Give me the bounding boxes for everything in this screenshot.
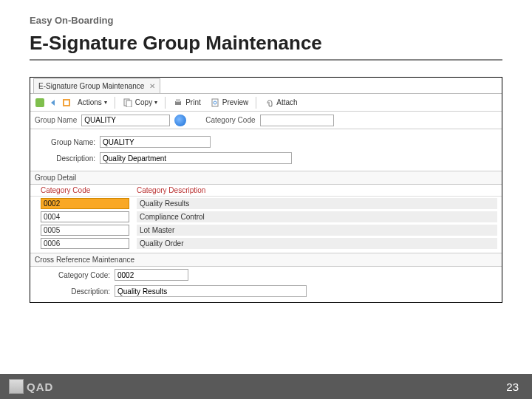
tab-esig-group-maint[interactable]: E-Signature Group Maintenance ✕ <box>33 78 160 93</box>
cell-category-code[interactable]: 0004 <box>41 211 129 222</box>
page-title: E-Signature Group Maintenance <box>30 32 502 61</box>
cell-category-code[interactable]: 0002 <box>41 198 129 209</box>
toolbar-separator <box>115 97 115 109</box>
svg-rect-6 <box>212 99 218 106</box>
svg-rect-1 <box>64 100 69 106</box>
search-bar: Group Name Category Code <box>30 112 502 129</box>
cell-category-code[interactable]: 0005 <box>41 225 129 236</box>
search-group-name-input[interactable] <box>81 115 170 126</box>
search-category-code-input[interactable] <box>260 115 334 126</box>
table-row[interactable]: 0004Compliance Control <box>30 210 502 223</box>
chevron-down-icon: ▾ <box>154 99 157 106</box>
save-icon[interactable] <box>35 98 45 108</box>
section-group-detail: Group Detail <box>30 171 502 185</box>
xref-category-code-label: Category Code: <box>41 271 115 279</box>
toolbar: Actions ▾ Copy ▾ Print Preview <box>30 94 502 112</box>
toolbar-separator <box>256 97 256 109</box>
cell-category-desc: Quality Order <box>137 238 497 249</box>
search-category-code-label: Category Code <box>205 116 255 124</box>
cell-category-code[interactable]: 0006 <box>41 238 129 249</box>
attach-label: Attach <box>276 98 297 106</box>
close-icon[interactable]: ✕ <box>147 82 155 90</box>
back-icon[interactable] <box>48 98 58 108</box>
app-window: E-Signature Group Maintenance ✕ Actions … <box>30 77 502 303</box>
actions-button[interactable]: Actions ▾ <box>75 98 110 107</box>
print-button[interactable]: Print <box>170 97 204 109</box>
section-xref: Cross Reference Maintenance <box>30 253 502 267</box>
new-icon[interactable] <box>61 98 72 108</box>
brand-text: QAD <box>27 381 53 393</box>
grid-body: 0002Quality Results0004Compliance Contro… <box>30 197 502 250</box>
copy-icon <box>123 98 133 108</box>
copy-label: Copy <box>135 98 152 106</box>
grid-col-category-desc: Category Description <box>137 186 497 194</box>
form-description-label: Description: <box>41 154 100 163</box>
toolbar-separator <box>165 97 166 109</box>
logo-mark-icon <box>9 379 24 394</box>
paperclip-icon <box>264 98 274 108</box>
actions-label: Actions <box>78 98 102 106</box>
svg-rect-3 <box>126 100 132 107</box>
xref-description-input[interactable] <box>115 285 307 297</box>
table-row[interactable]: 0005Lot Master <box>30 223 502 236</box>
preview-button[interactable]: Preview <box>207 97 252 109</box>
preview-label: Preview <box>222 98 249 106</box>
svg-rect-5 <box>176 99 180 102</box>
cell-category-desc: Quality Results <box>137 198 497 209</box>
grid-header: Category Code Category Description <box>30 185 502 197</box>
chevron-down-icon: ▾ <box>104 99 107 106</box>
go-icon[interactable] <box>174 115 186 126</box>
form-group-name-input[interactable] <box>100 136 211 148</box>
eyebrow-text: Easy On-Boarding <box>30 15 502 26</box>
search-group-name-label: Group Name <box>35 116 77 124</box>
table-row[interactable]: 0002Quality Results <box>30 197 502 210</box>
copy-button[interactable]: Copy ▾ <box>120 97 160 109</box>
table-row[interactable]: 0006Quality Order <box>30 236 502 250</box>
tab-bar: E-Signature Group Maintenance ✕ <box>30 78 502 94</box>
print-label: Print <box>185 98 201 106</box>
brand-logo: QAD <box>9 379 53 394</box>
preview-icon <box>210 98 220 108</box>
tab-label: E-Signature Group Maintenance <box>38 82 144 90</box>
attach-button[interactable]: Attach <box>261 97 300 109</box>
page-number: 23 <box>506 381 519 393</box>
footer-bar: QAD 23 <box>0 374 532 399</box>
cell-category-desc: Lot Master <box>137 225 497 236</box>
xref-description-label: Description: <box>41 287 115 296</box>
form-group-name-label: Group Name: <box>41 138 100 146</box>
xref-category-code-input[interactable] <box>115 269 188 281</box>
form-description-input[interactable] <box>100 152 292 164</box>
printer-icon <box>173 98 183 108</box>
grid-col-category-code: Category Code <box>41 186 137 194</box>
cell-category-desc: Compliance Control <box>137 211 497 222</box>
svg-rect-0 <box>35 98 44 107</box>
